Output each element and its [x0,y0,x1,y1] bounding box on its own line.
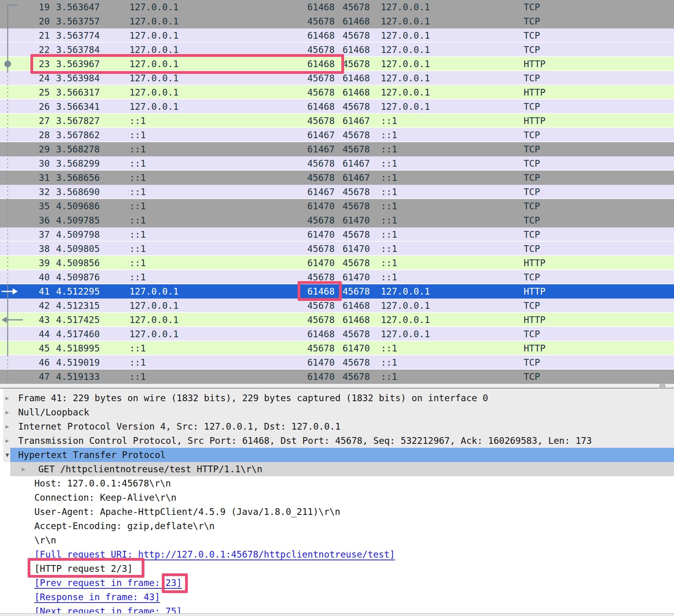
detail-row[interactable]: ▶ Frame 41: 229 bytes on wire (1832 bits… [3,391,674,405]
detail-row[interactable]: Host: 127.0.0.1:45678\r\n [3,476,674,490]
packet-no: 41 [0,284,50,299]
packet-time: 4.517460 [56,327,100,341]
packet-row[interactable]: 46 4.519019 ::1 61470 45678 ::1 TCP [0,355,674,370]
packet-row[interactable]: 42 4.512315 127.0.0.1 45678 61468 127.0.… [0,299,674,313]
packet-no: 28 [0,128,50,142]
packet-row[interactable]: 25 3.566317 127.0.0.1 45678 61468 127.0.… [0,85,674,100]
packet-no: 47 [0,370,50,384]
packet-time: 4.509686 [56,199,100,213]
packet-row[interactable]: 35 4.509686 ::1 61470 45678 ::1 TCP [0,199,674,213]
detail-row[interactable]: Accept-Encoding: gzip,deflate\r\n [3,519,674,533]
packet-dst-port: 45678 [343,370,370,384]
packet-row[interactable]: 47 4.519133 ::1 61470 45678 ::1 TCP [0,370,674,384]
detail-row[interactable]: Connection: Keep-Alive\r\n [3,490,674,505]
packet-source: ::1 [129,341,146,355]
detail-row[interactable]: \r\n [3,533,674,547]
packet-destination: ::1 [381,256,397,270]
packet-dst-port: 61467 [343,171,370,185]
packet-row[interactable]: 22 3.563784 127.0.0.1 45678 61468 127.0.… [0,43,674,57]
packet-no: 27 [0,114,50,128]
packet-row[interactable]: 40 4.509876 ::1 45678 61470 ::1 TCP [0,270,674,284]
packet-protocol: TCP [524,28,540,43]
packet-row[interactable]: 23 3.563967 127.0.0.1 61468 45678 127.0.… [0,57,674,71]
packet-row[interactable]: 32 3.568690 ::1 61467 45678 ::1 TCP [0,185,674,199]
packet-time: 3.563647 [56,0,100,14]
packet-no: 46 [0,355,50,370]
detail-row[interactable]: ▼ Hypertext Transfer Protocol [3,448,674,462]
packet-row[interactable]: 26 3.566341 127.0.0.1 61468 45678 127.0.… [0,100,674,114]
packet-row[interactable]: 37 4.509798 ::1 61470 45678 ::1 TCP [0,227,674,242]
packet-source: ::1 [129,213,146,227]
detail-text: Transmission Control Protocol, Src Port:… [18,434,592,448]
packet-time: 3.568278 [56,142,100,156]
packet-row[interactable]: 28 3.567862 ::1 61467 45678 ::1 TCP [0,128,674,142]
packet-src-port: 61468 [276,327,335,341]
detail-row[interactable]: User-Agent: Apache-HttpClient/4.5.9 (Jav… [3,505,674,519]
packet-row[interactable]: 36 4.509785 ::1 45678 61470 ::1 TCP [0,213,674,227]
packet-row[interactable]: 45 4.518995 ::1 45678 61470 ::1 HTTP [0,341,674,355]
packet-protocol: TCP [524,299,540,313]
packet-src-port: 61467 [276,185,335,199]
packet-source: ::1 [129,256,146,270]
packet-source: 127.0.0.1 [129,14,179,28]
packet-row[interactable]: 29 3.568278 ::1 61467 45678 ::1 TCP [0,142,674,156]
packet-src-port: 61468 [276,284,335,299]
packet-row[interactable]: 44 4.517460 127.0.0.1 61468 45678 127.0.… [0,327,674,341]
detail-row[interactable]: ▶ Null/Loopback [3,405,674,419]
expander-icon[interactable]: ▶ [6,405,9,419]
packet-row[interactable]: 41 4.512295 127.0.0.1 61468 45678 127.0.… [0,284,674,299]
packet-list: 19 3.563647 127.0.0.1 61468 45678 127.0.… [0,0,674,384]
packet-row[interactable]: 39 4.509856 ::1 61470 45678 ::1 HTTP [0,256,674,270]
packet-no: 30 [0,156,50,171]
detail-row[interactable]: [Prev request in frame: 23] [3,576,674,590]
packet-destination: 127.0.0.1 [381,28,430,43]
packet-no: 44 [0,327,50,341]
packet-dst-port: 45678 [343,327,370,341]
packet-no: 43 [0,313,50,327]
packet-dst-port: 61468 [343,85,370,100]
packet-row[interactable]: 20 3.563757 127.0.0.1 45678 61468 127.0.… [0,14,674,28]
packet-src-port: 45678 [276,71,335,85]
packet-dst-port: 61470 [343,270,370,284]
packet-row[interactable]: 38 4.509805 ::1 45678 61470 ::1 TCP [0,242,674,256]
packet-details-pane: ▶ Frame 41: 229 bytes on wire (1832 bits… [0,389,674,613]
packet-no: 35 [0,199,50,213]
packet-protocol: HTTP [524,313,545,327]
detail-row[interactable]: ▶ GET /httpclientnotreuse/test HTTP/1.1\… [3,462,674,476]
packet-src-port: 61470 [276,227,335,242]
packet-destination: ::1 [381,355,397,370]
packet-protocol: HTTP [524,256,545,270]
packet-protocol: HTTP [524,341,545,355]
packet-dst-port: 61468 [343,43,370,57]
expander-icon[interactable]: ▶ [6,434,9,448]
packet-dst-port: 45678 [343,28,370,43]
packet-row[interactable]: 27 3.567827 ::1 45678 61467 ::1 HTTP [0,114,674,128]
packet-no: 31 [0,171,50,185]
expander-icon[interactable]: ▶ [22,462,25,476]
detail-row[interactable]: ▶ Transmission Control Protocol, Src Por… [3,434,674,448]
packet-time: 4.519019 [56,355,100,370]
packet-source: ::1 [129,114,146,128]
packet-dst-port: 45678 [343,142,370,156]
packet-row[interactable]: 24 3.563984 127.0.0.1 45678 61468 127.0.… [0,71,674,85]
detail-row[interactable]: [HTTP request 2/3] [3,562,674,576]
packet-row[interactable]: 21 3.563774 127.0.0.1 61468 45678 127.0.… [0,28,674,43]
packet-no: 21 [0,28,50,43]
packet-row[interactable]: 43 4.517425 127.0.0.1 45678 61468 127.0.… [0,313,674,327]
detail-row[interactable]: ▶ Internet Protocol Version 4, Src: 127.… [3,419,674,434]
packet-source: 127.0.0.1 [129,43,179,57]
hscrollbar-thumb[interactable] [659,383,665,389]
packet-row[interactable]: 19 3.563647 127.0.0.1 61468 45678 127.0.… [0,0,674,14]
packet-time: 3.567862 [56,128,100,142]
detail-row[interactable]: [Next request in frame: 75] [3,604,674,613]
packet-src-port: 61468 [276,0,335,14]
pane-splitter[interactable] [0,384,674,389]
expander-icon[interactable]: ▼ [6,448,9,462]
packet-row[interactable]: 30 3.568299 ::1 45678 61467 ::1 TCP [0,156,674,171]
detail-text: Accept-Encoding: gzip,deflate\r\n [34,519,215,533]
detail-row[interactable]: [Full request URI: http://127.0.0.1:4567… [3,547,674,562]
packet-row[interactable]: 31 3.568656 ::1 45678 61467 ::1 TCP [0,171,674,185]
expander-icon[interactable]: ▶ [6,391,9,405]
detail-row[interactable]: [Response in frame: 43] [3,590,674,604]
expander-icon[interactable]: ▶ [6,419,9,434]
